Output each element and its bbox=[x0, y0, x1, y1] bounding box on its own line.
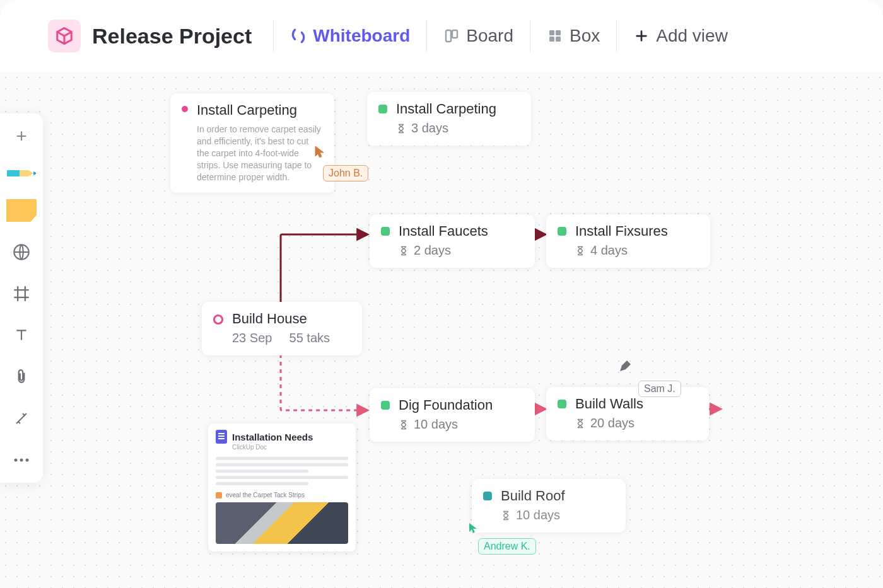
task-card-dig-foundation[interactable]: Dig Foundation 10 days bbox=[370, 388, 535, 442]
note-card-install-carpeting[interactable]: Install Carpeting In order to remove car… bbox=[170, 93, 334, 193]
svg-point-9 bbox=[20, 459, 23, 462]
doc-subtitle: ClickUp Doc bbox=[232, 444, 348, 451]
text-icon bbox=[13, 327, 30, 343]
card-duration: 2 days bbox=[399, 243, 488, 258]
status-square-icon bbox=[381, 401, 390, 410]
task-card-install-faucets[interactable]: Install Faucets 2 days bbox=[370, 214, 535, 268]
project-title: Release Project bbox=[92, 24, 252, 49]
tab-whiteboard[interactable]: Whiteboard bbox=[273, 20, 426, 52]
card-duration: 10 days bbox=[399, 417, 493, 432]
tab-box[interactable]: Box bbox=[530, 20, 616, 52]
task-card-build-walls[interactable]: Build Walls 20 days bbox=[546, 387, 709, 441]
doc-title: Installation Needs bbox=[232, 432, 313, 442]
board-icon bbox=[443, 28, 460, 44]
card-title: Build Walls bbox=[575, 396, 643, 412]
task-card-build-roof[interactable]: Build Roof 10 days bbox=[472, 479, 626, 533]
connector-icon bbox=[14, 410, 29, 427]
svg-rect-5 bbox=[556, 37, 561, 42]
svg-point-10 bbox=[26, 459, 29, 462]
sticky-note-icon bbox=[6, 199, 37, 222]
tool-add[interactable]: + bbox=[6, 122, 37, 150]
globe-icon bbox=[13, 243, 30, 261]
app-header: Release Project Whiteboard Board Box Add… bbox=[0, 0, 883, 72]
project-icon bbox=[48, 20, 81, 52]
card-duration: 3 days bbox=[396, 121, 496, 135]
svg-rect-4 bbox=[549, 37, 554, 42]
whiteboard-canvas[interactable]: Install Carpeting In order to remove car… bbox=[0, 72, 883, 588]
tool-more[interactable] bbox=[6, 446, 37, 474]
status-square-icon bbox=[378, 105, 387, 113]
box-icon bbox=[547, 28, 563, 44]
whiteboard-icon bbox=[290, 28, 307, 44]
user-badge-andrew: Andrew K. bbox=[478, 538, 536, 555]
task-card-build-house[interactable]: Build House 23 Sep 55 taks bbox=[202, 302, 362, 355]
card-title: Dig Foundation bbox=[399, 397, 493, 413]
attachment-icon bbox=[13, 369, 30, 385]
tab-label: Add view bbox=[656, 26, 728, 46]
tool-attachment[interactable] bbox=[6, 363, 37, 391]
user-badge-sam: Sam J. bbox=[638, 381, 681, 397]
tool-pen[interactable] bbox=[6, 164, 37, 183]
frame-icon bbox=[13, 285, 30, 303]
doc-card-installation-needs[interactable]: Installation Needs ClickUp Doc eveal the… bbox=[208, 424, 356, 551]
status-ring-icon bbox=[213, 314, 223, 325]
card-duration: 20 days bbox=[575, 416, 643, 430]
toolbar-sidebar: + bbox=[0, 113, 43, 483]
task-card-install-carpeting[interactable]: Install Carpeting 3 days bbox=[367, 92, 531, 146]
card-title: Install Carpeting bbox=[396, 101, 496, 117]
user-badge-john: John B. bbox=[323, 165, 368, 182]
svg-rect-1 bbox=[452, 30, 457, 38]
tool-web[interactable] bbox=[6, 238, 37, 266]
connectors-layer bbox=[0, 72, 883, 588]
pen-cursor-icon-sam bbox=[618, 359, 632, 373]
tab-board[interactable]: Board bbox=[426, 20, 530, 52]
svg-rect-2 bbox=[549, 30, 554, 35]
doc-section-heading: eveal the Carpet Tack Strips bbox=[216, 492, 348, 499]
svg-rect-0 bbox=[446, 30, 451, 42]
more-icon bbox=[13, 458, 30, 463]
doc-preview-image bbox=[216, 502, 348, 544]
tool-text[interactable] bbox=[6, 321, 37, 349]
tab-add-view[interactable]: Add view bbox=[616, 20, 744, 52]
svg-point-8 bbox=[15, 459, 18, 462]
cursor-icon-andrew bbox=[468, 522, 478, 533]
task-card-install-fixtures[interactable]: Install Fixsures 4 days bbox=[546, 214, 710, 268]
svg-rect-6 bbox=[7, 170, 20, 176]
status-square-icon bbox=[558, 400, 566, 408]
card-duration: 4 days bbox=[575, 243, 668, 258]
plus-icon bbox=[633, 28, 650, 44]
card-title: Install Carpeting bbox=[197, 102, 323, 118]
card-title: Install Faucets bbox=[399, 223, 488, 239]
card-title: Install Fixsures bbox=[575, 223, 668, 239]
pen-icon bbox=[7, 166, 36, 180]
tool-connector[interactable] bbox=[6, 405, 37, 432]
tool-sticky-note[interactable] bbox=[6, 197, 37, 224]
card-description: In order to remove carpet easily and eff… bbox=[197, 124, 323, 183]
card-meta: 23 Sep 55 taks bbox=[232, 331, 330, 345]
doc-preview-lines bbox=[216, 457, 348, 485]
card-title: Build Roof bbox=[501, 488, 565, 504]
status-square-icon bbox=[483, 492, 492, 500]
status-dot-icon bbox=[182, 106, 188, 112]
svg-rect-3 bbox=[556, 30, 561, 35]
tool-frame[interactable] bbox=[6, 280, 37, 308]
status-square-icon bbox=[381, 227, 390, 236]
card-title: Build House bbox=[232, 311, 330, 327]
plus-icon: + bbox=[16, 125, 27, 147]
card-duration: 10 days bbox=[501, 508, 565, 522]
tab-label: Box bbox=[570, 26, 600, 46]
cursor-icon-john bbox=[314, 145, 325, 158]
status-square-icon bbox=[558, 227, 566, 236]
doc-icon bbox=[216, 430, 227, 444]
tab-label: Whiteboard bbox=[313, 26, 410, 46]
tab-label: Board bbox=[466, 26, 513, 46]
